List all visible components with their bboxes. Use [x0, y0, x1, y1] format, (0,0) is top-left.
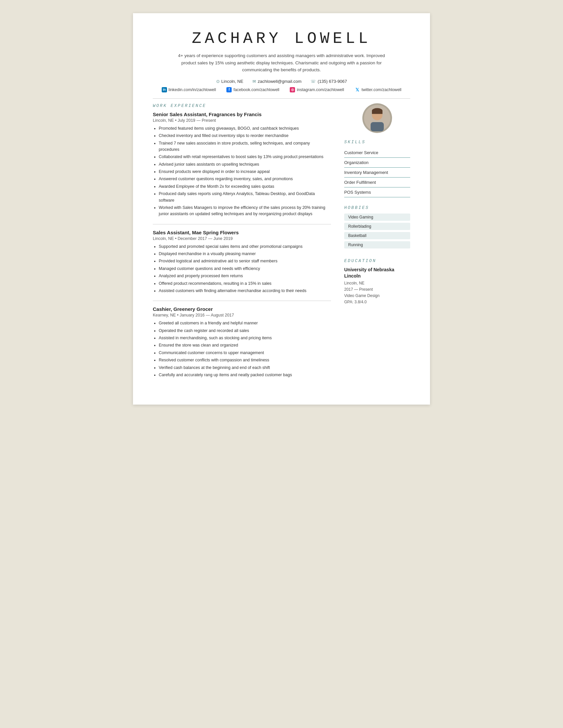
hobby-tag: Video Gaming — [344, 214, 410, 221]
list-item: Collaborated with retail representatives… — [159, 154, 331, 160]
edu-dates: 2017 — Present — [344, 286, 410, 293]
list-item: Assisted in merchandising, such as stock… — [159, 335, 331, 341]
skill-item: POS Systems — [344, 187, 410, 197]
skill-item: Customer Service — [344, 148, 410, 158]
job-3-title: Cashier, Greenery Grocer — [153, 306, 331, 312]
edu-location: Lincoln, NE — [344, 280, 410, 286]
list-item: Promoted featured items using giveaways,… — [159, 125, 331, 132]
edu-gpa: GPA: 3.8/4.0 — [344, 299, 410, 305]
list-item: Offered product recommendations, resulti… — [159, 281, 331, 287]
job-1-dates: July 2019 — Present — [178, 118, 216, 123]
instagram-icon: ◎ — [290, 87, 295, 92]
candidate-summary: 4+ years of experience supporting custom… — [176, 52, 387, 74]
twitter-text: twitter.com/zachlowell — [362, 87, 402, 92]
main-content: WORK EXPERIENCE Senior Sales Assistant, … — [153, 103, 410, 385]
instagram-text: instagram.com/zachlowell — [297, 87, 344, 92]
candidate-name: ZACHARY LOWELL — [153, 30, 410, 48]
job-2: Sales Assistant, Mae Spring Flowers Linc… — [153, 230, 331, 294]
linkedin-icon: in — [162, 87, 167, 92]
location-item: ⊙ Lincoln, NE — [216, 79, 243, 84]
phone-item: ☏ (135) 673-9067 — [311, 79, 347, 84]
twitter-item: 𝕏 twitter.com/zachlowell — [355, 87, 402, 92]
right-column: SKILLS Customer Service Organization Inv… — [344, 103, 410, 385]
education-title: EDUCATION — [344, 258, 410, 263]
hobbies-title: HOBBIES — [344, 205, 410, 210]
list-item: Operated the cash register and recorded … — [159, 328, 331, 334]
svg-rect-1 — [371, 122, 384, 131]
header-divider — [153, 98, 410, 99]
job-2-title: Sales Assistant, Mae Spring Flowers — [153, 230, 331, 235]
job-2-dates: December 2017 — June 2019 — [178, 236, 233, 241]
contact-row: ⊙ Lincoln, NE ✉ zachlowell@gmail.com ☏ (… — [153, 79, 410, 84]
job-divider-1 — [153, 224, 331, 224]
twitter-icon: 𝕏 — [355, 87, 360, 92]
job-3-dates: January 2016 — August 2017 — [180, 313, 234, 317]
list-item: Awarded Employee of the Month 2x for exc… — [159, 183, 331, 190]
facebook-item: f facebook.com/zachlowell — [226, 87, 279, 92]
facebook-icon: f — [226, 87, 232, 92]
job-1-meta: Lincoln, NE • July 2019 — Present — [153, 118, 331, 123]
skills-section: SKILLS Customer Service Organization Inv… — [344, 140, 410, 197]
linkedin-text: linkedin.com/in/zachlowell — [169, 87, 216, 92]
job-1-location: Lincoln, NE — [153, 118, 174, 123]
list-item: Displayed merchandise in a visually plea… — [159, 251, 331, 257]
linkedin-item: in linkedin.com/in/zachlowell — [162, 87, 216, 92]
hobby-tag: Running — [344, 241, 410, 248]
skill-item: Inventory Management — [344, 168, 410, 178]
resume-document: ZACHARY LOWELL 4+ years of experience su… — [133, 13, 430, 405]
hobby-tag: Basketball — [344, 232, 410, 239]
email-item: ✉ zachlowell@gmail.com — [252, 79, 301, 84]
resume-header: ZACHARY LOWELL 4+ years of experience su… — [153, 30, 410, 92]
list-item: Supported and promoted special sales ite… — [159, 244, 331, 250]
job-1-bullets: Promoted featured items using giveaways,… — [153, 125, 331, 217]
email-text: zachlowell@gmail.com — [258, 79, 301, 84]
list-item: Provided logistical and administrative a… — [159, 258, 331, 264]
job-1: Senior Sales Assistant, Fragrances by Fr… — [153, 112, 331, 217]
job-divider-2 — [153, 301, 331, 301]
facebook-text: facebook.com/zachlowell — [233, 87, 279, 92]
job-3-location: Kearney, NE — [153, 313, 176, 317]
job-2-meta: Lincoln, NE • December 2017 — June 2019 — [153, 236, 331, 241]
list-item: Worked with Sales Managers to improve th… — [159, 205, 331, 217]
work-experience-title: WORK EXPERIENCE — [153, 103, 331, 108]
email-icon: ✉ — [252, 79, 256, 84]
edu-meta: Lincoln, NE 2017 — Present Video Game De… — [344, 280, 410, 306]
list-item: Greeted all customers in a friendly and … — [159, 320, 331, 326]
skill-item: Organization — [344, 158, 410, 168]
list-item: Analyzed and properly processed item ret… — [159, 273, 331, 279]
list-item: Communicated customer concerns to upper … — [159, 350, 331, 356]
job-1-title: Senior Sales Assistant, Fragrances by Fr… — [153, 112, 331, 117]
job-3-bullets: Greeted all customers in a friendly and … — [153, 320, 331, 378]
location-text: Lincoln, NE — [221, 79, 243, 84]
job-2-location: Lincoln, NE — [153, 236, 174, 241]
list-item: Carefully and accurately rang up items a… — [159, 372, 331, 378]
list-item: Advised junior sales assistants on upsel… — [159, 161, 331, 168]
left-column: WORK EXPERIENCE Senior Sales Assistant, … — [153, 103, 331, 385]
hobby-tag: Rollerblading — [344, 223, 410, 230]
location-icon: ⊙ — [216, 79, 220, 84]
svg-rect-4 — [372, 111, 382, 114]
job-3-meta: Kearney, NE • January 2016 — August 2017 — [153, 313, 331, 317]
edu-field: Video Game Design — [344, 293, 410, 299]
edu-school: University of Nebraska Lincoln — [344, 267, 410, 279]
list-item: Answered customer questions regarding in… — [159, 176, 331, 182]
job-2-bullets: Supported and promoted special sales ite… — [153, 244, 331, 294]
education-section: EDUCATION University of Nebraska Lincoln… — [344, 258, 410, 306]
list-item: Verified cash balances at the beginning … — [159, 365, 331, 371]
phone-icon: ☏ — [311, 79, 316, 84]
list-item: Assisted customers with finding alternat… — [159, 288, 331, 294]
skills-title: SKILLS — [344, 140, 410, 145]
list-item: Trained 7 new sales associates in store … — [159, 140, 331, 153]
list-item: Managed customer questions and needs wit… — [159, 266, 331, 272]
list-item: Ensured products were displayed in order… — [159, 169, 331, 175]
hobbies-section: HOBBIES Video Gaming Rollerblading Baske… — [344, 205, 410, 250]
list-item: Resolved customer conflicts with compass… — [159, 357, 331, 363]
list-item: Produced daily sales reports using Alter… — [159, 191, 331, 204]
job-3: Cashier, Greenery Grocer Kearney, NE • J… — [153, 306, 331, 378]
list-item: Checked inventory and filled out invento… — [159, 133, 331, 139]
avatar-container — [344, 103, 410, 133]
phone-text: (135) 673-9067 — [317, 79, 347, 84]
instagram-item: ◎ instagram.com/zachlowell — [290, 87, 344, 92]
list-item: Ensured the store was clean and organize… — [159, 342, 331, 348]
social-row: in linkedin.com/in/zachlowell f facebook… — [153, 87, 410, 92]
